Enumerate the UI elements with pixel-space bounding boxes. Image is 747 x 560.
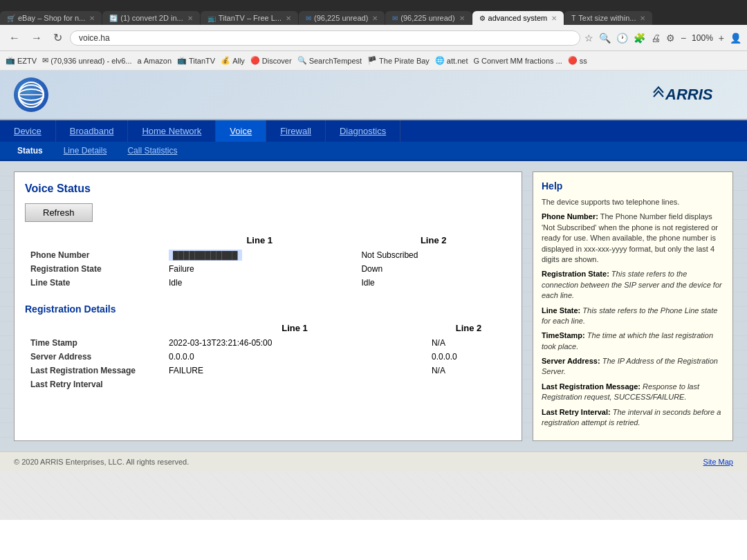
phone-number-line1: ████████████ [163, 248, 356, 262]
copyright-text: © 2020 ARRIS Enterprises, LLC. All right… [14, 458, 189, 466]
bookmark-titantv[interactable]: 📺 TitanTV [177, 56, 215, 65]
bookmark-convert-mm[interactable]: G Convert MM fractions ... [473, 57, 562, 65]
phone-number-line2: Not Subscribed [356, 248, 511, 262]
subnav-status[interactable]: Status [14, 144, 46, 157]
last-retry-line1 [163, 377, 426, 391]
col-line2-header: Line 2 [356, 232, 511, 248]
timestamp-label: Time Stamp [25, 336, 163, 350]
bookmark-icon[interactable]: ☆ [584, 32, 593, 44]
bookmark-searchtempest[interactable]: 🔍 SearchTempest [297, 56, 362, 65]
settings-icon[interactable]: ⚙ [666, 32, 675, 44]
bookmark-elv[interactable]: ✉ (70,936 unread) - elv6... [42, 56, 131, 65]
tab-mail2[interactable]: ✉ (96,225 unread) ✕ [385, 11, 471, 25]
search-icon[interactable]: 🔍 [599, 32, 611, 44]
bookmark-eztv[interactable]: 📺 EZTV [6, 56, 37, 65]
profile-icon[interactable]: 👤 [730, 32, 741, 44]
last-reg-msg-line1: FAILURE [163, 364, 426, 377]
line-state-label: Line State [25, 276, 163, 290]
bookmark-discover[interactable]: 🔴 Discover [250, 56, 292, 65]
nav-icons: ☆ 🔍 🕐 🧩 🖨 ⚙ − 100% + 👤 [584, 32, 741, 44]
reg-details-title: Registration Details [25, 304, 511, 315]
help-line-state: Line State: This state refers to the Pho… [542, 306, 724, 327]
help-panel: Help The device supports two telephone l… [533, 171, 733, 441]
line-state-line1: Idle [163, 276, 356, 290]
table-row: Phone Number ████████████ Not Subscribed [25, 248, 511, 262]
bookmark-ss[interactable]: 🔴 ss [568, 56, 587, 65]
help-reg-state: Registration State: This state refers to… [542, 269, 724, 301]
help-title: Help [542, 180, 724, 192]
bookmark-ally[interactable]: 💰 Ally [221, 56, 245, 65]
tab-close-icon[interactable]: ✕ [640, 15, 645, 22]
nav-diagnostics[interactable]: Diagnostics [326, 120, 400, 142]
help-last-retry-bold: Last Retry Interval: [542, 408, 611, 416]
col-label-header [25, 232, 163, 248]
help-last-reg-msg-bold: Last Registration Message: [542, 382, 640, 391]
forward-button[interactable]: → [28, 30, 46, 46]
help-server-address-bold: Server Address: [542, 357, 600, 365]
last-retry-line2 [426, 377, 511, 391]
tab-close-icon[interactable]: ✕ [187, 15, 193, 22]
site-map-link[interactable]: Site Map [703, 458, 733, 466]
tab-text-size[interactable]: T Text size within... ✕ [564, 11, 652, 25]
reg-state-label: Registration State [25, 262, 163, 276]
reg-col-label [25, 320, 163, 336]
reg-col-line2: Line 2 [426, 320, 511, 336]
att-logo [14, 77, 48, 112]
nav-firewall[interactable]: Firewall [266, 120, 326, 142]
page-content: ARRIS Device Broadband Home Network Voic… [0, 71, 747, 520]
reg-state-line1: Failure [163, 262, 356, 276]
tab-close-icon[interactable]: ✕ [89, 15, 95, 22]
tab-advanced-system[interactable]: ⚙ advanced system ✕ [472, 11, 564, 25]
tab-mail1[interactable]: ✉ (96,225 unread) ✕ [299, 11, 385, 25]
nav-bar: ← → ↻ ☆ 🔍 🕐 🧩 🖨 ⚙ − 100% + 👤 [0, 25, 747, 51]
tab-close-icon[interactable]: ✕ [286, 15, 291, 22]
address-bar[interactable] [70, 30, 580, 46]
extensions-icon[interactable]: 🧩 [634, 32, 645, 44]
nav-home-network[interactable]: Home Network [128, 120, 216, 142]
help-phone-number-bold: Phone Number: [542, 212, 598, 221]
last-reg-msg-label: Last Registration Message [25, 364, 163, 377]
bookmark-att[interactable]: 🌐 att.net [435, 56, 468, 65]
main-panel: Voice Status Refresh Line 1 Line 2 Phone… [14, 171, 522, 441]
table-row: Last Retry Interval [25, 377, 511, 391]
tab-close-icon[interactable]: ✕ [459, 15, 465, 22]
tab-bar: 🛒 eBay – Shop for n... ✕ 🔄 (1) convert 2… [0, 0, 747, 25]
subnav-call-statistics[interactable]: Call Statistics [124, 144, 181, 157]
nav-broadband[interactable]: Broadband [56, 120, 129, 142]
refresh-button[interactable]: Refresh [25, 203, 93, 222]
back-button[interactable]: ← [6, 30, 24, 46]
help-reg-state-bold: Registration State: [542, 270, 609, 278]
zoom-minus[interactable]: − [681, 32, 686, 44]
last-reg-msg-line2: N/A [426, 364, 511, 377]
help-last-reg-msg: Last Registration Message: Response to l… [542, 382, 724, 403]
bookmark-amazon[interactable]: a Amazon [138, 57, 172, 65]
tab-close-icon[interactable]: ✕ [372, 15, 378, 22]
bookmark-piratebay[interactable]: 🏴 The Pirate Bay [367, 56, 430, 65]
nav-device[interactable]: Device [0, 120, 56, 142]
print-icon[interactable]: 🖨 [651, 32, 661, 44]
zoom-plus[interactable]: + [719, 32, 724, 44]
table-row: Server Address 0.0.0.0 0.0.0.0 [25, 350, 511, 364]
tab-ebay[interactable]: 🛒 eBay – Shop for n... ✕ [0, 11, 102, 25]
att-circle [14, 77, 48, 112]
help-last-retry: Last Retry Interval: The interval in sec… [542, 407, 724, 429]
svg-text:ARRIS: ARRIS [665, 86, 713, 103]
help-line-state-bold: Line State: [542, 306, 580, 315]
history-icon[interactable]: 🕐 [616, 32, 628, 44]
router-header: ARRIS [0, 71, 747, 120]
table-row: Registration State Failure Down [25, 262, 511, 276]
reload-button[interactable]: ↻ [50, 30, 66, 46]
reg-col-line1: Line 1 [163, 320, 426, 336]
col-line1-header: Line 1 [163, 232, 356, 248]
tab-close-icon[interactable]: ✕ [551, 15, 557, 22]
subnav-line-details[interactable]: Line Details [60, 144, 111, 157]
nav-voice[interactable]: Voice [216, 120, 266, 142]
line-state-line2: Idle [356, 276, 511, 290]
tab-titantv[interactable]: 📺 TitanTV – Free L... ✕ [201, 11, 298, 25]
tab-convert[interactable]: 🔄 (1) convert 2D in... ✕ [102, 11, 199, 25]
sub-nav: Status Line Details Call Statistics [0, 142, 747, 161]
server-address-label: Server Address [25, 350, 163, 364]
reg-state-line2: Down [356, 262, 511, 276]
server-address-line2: 0.0.0.0 [426, 350, 511, 364]
timestamp-line2: N/A [426, 336, 511, 350]
